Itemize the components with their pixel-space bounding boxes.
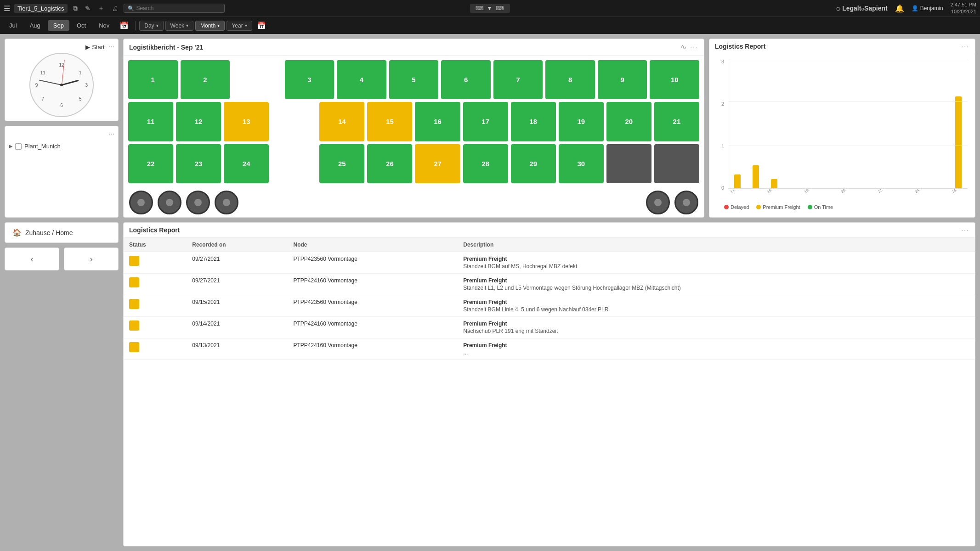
content-top: Logistikbericht - Sep '21 ∿ ··· 1 2 3 4	[123, 39, 975, 218]
cal-cell-18[interactable]: 18	[511, 102, 556, 141]
legend-delayed-label: Delayed	[731, 204, 749, 210]
bar-15sep	[753, 165, 759, 188]
cal-cell-7[interactable]: 7	[493, 60, 543, 99]
clock-5: 5	[79, 96, 82, 101]
cal-cell-28[interactable]: 28	[463, 144, 508, 183]
cal-cell-4[interactable]: 4	[337, 60, 386, 99]
bell-icon[interactable]: 🔔	[895, 4, 904, 13]
search-box[interactable]: 🔍	[124, 4, 225, 13]
cal-cell-1[interactable]: 1	[128, 60, 178, 99]
copy-icon[interactable]: ⧉	[71, 4, 79, 13]
cal-cell-29[interactable]: 29	[511, 144, 556, 183]
logistik-more-icon[interactable]: ···	[690, 44, 698, 51]
user-info: 👤 Benjamin	[912, 5, 943, 11]
cal-cell-24[interactable]: 24	[224, 144, 269, 183]
calendar-icon[interactable]: 📅	[254, 21, 269, 30]
status-cell	[124, 252, 187, 274]
table-row: 09/15/2021 PTPP423560 Vormontage Premium…	[124, 295, 975, 317]
legend-ontime-label: On Time	[814, 204, 833, 210]
cal-cell-12[interactable]: 12	[176, 102, 221, 141]
recorded-cell: 09/27/2021	[187, 274, 288, 295]
cal-cell-6[interactable]: 6	[441, 60, 491, 99]
user-icon: 👤	[912, 5, 918, 11]
tree-more-icon[interactable]: ···	[108, 130, 114, 138]
clock-panel: ▶ Start ··· 12 1 3 5 6 7 9 11	[5, 39, 119, 121]
cal-cell-8[interactable]: 8	[545, 60, 595, 99]
content: Logistikbericht - Sep '21 ∿ ··· 1 2 3 4	[123, 39, 975, 546]
next-button[interactable]: ›	[64, 247, 119, 270]
play-icon: ▶	[85, 44, 90, 51]
cal-cell-21[interactable]: 21	[654, 102, 699, 141]
cal-cell-10[interactable]: 10	[650, 60, 699, 99]
month-sep[interactable]: Sep	[48, 20, 69, 31]
tree-checkbox[interactable]	[15, 143, 22, 150]
cal-row-3: 22 23 24 25 26 27 28 29 30	[128, 144, 699, 183]
cal-cell-17[interactable]: 17	[463, 102, 508, 141]
logistik-title: Logistikbericht - Sep '21	[129, 44, 203, 51]
cal-cell-empty-2	[272, 102, 317, 141]
desc-main: Premium Freight	[463, 299, 969, 305]
node-cell: PTPP424160 Vormontage	[288, 317, 458, 338]
hour-hand	[62, 80, 79, 86]
xlabel-empty2	[785, 191, 799, 202]
cal-cell-20[interactable]: 20	[606, 102, 651, 141]
chart-area: 3 2 1 0	[709, 54, 975, 217]
xlabel-empty5	[895, 191, 910, 202]
desc-main: Premium Freight	[463, 277, 969, 284]
logo: ⬡ LegaltoSapient	[836, 5, 887, 12]
month-nov[interactable]: Nov	[93, 20, 115, 31]
cal-cell-16[interactable]: 16	[415, 102, 460, 141]
ylabel-0: 0	[721, 185, 726, 191]
wheel-4	[215, 191, 238, 214]
tree-item-plant[interactable]: ▶ Plant_Munich	[9, 142, 114, 151]
year-dropdown[interactable]: Year	[227, 21, 252, 31]
cal-cell-15[interactable]: 15	[367, 102, 412, 141]
cal-cell-9[interactable]: 9	[598, 60, 647, 99]
cal-cell-30[interactable]: 30	[559, 144, 604, 183]
chart-icon[interactable]: ∿	[680, 43, 686, 51]
cal-cell-25[interactable]: 25	[319, 144, 364, 183]
cal-row-2: 11 12 13 14 15 16 17 18 19 20 21	[128, 102, 699, 141]
cal-cell-19[interactable]: 19	[559, 102, 604, 141]
desc-sub: Nachschub PLR 191 eng mit Standzeit	[463, 328, 969, 334]
cal-cell-26[interactable]: 26	[367, 144, 412, 183]
y-axis: 3 2 1 0	[717, 59, 726, 202]
xlabel-empty3	[822, 191, 837, 202]
hamburger-icon[interactable]: ☰	[4, 4, 10, 13]
table-header: Logistics Report ···	[124, 223, 975, 238]
report-more-icon[interactable]: ···	[961, 43, 969, 50]
day-dropdown[interactable]: Day	[139, 21, 163, 31]
calendar-small-icon[interactable]: 📅	[117, 21, 131, 30]
search-input[interactable]	[136, 5, 221, 11]
month-aug[interactable]: Aug	[24, 20, 46, 31]
cal-cell-2[interactable]: 2	[181, 60, 230, 99]
print-icon[interactable]: 🖨	[110, 4, 120, 13]
cal-cell-22[interactable]: 22	[128, 144, 173, 183]
cal-cell-11[interactable]: 11	[128, 102, 173, 141]
cal-cell-5[interactable]: 5	[389, 60, 439, 99]
cal-cell-3[interactable]: 3	[285, 60, 334, 99]
table-more-icon[interactable]: ···	[961, 226, 969, 234]
month-jul[interactable]: Jul	[4, 20, 23, 31]
home-panel[interactable]: 🏠 Zuhause / Home	[5, 222, 119, 243]
month-dropdown[interactable]: Month	[195, 21, 225, 31]
clock-more-icon[interactable]: ···	[108, 43, 114, 51]
add-icon[interactable]: ＋	[96, 3, 106, 13]
cal-cell-27[interactable]: 27	[415, 144, 460, 183]
xlabel-empty1	[748, 191, 763, 202]
month-oct[interactable]: Oct	[71, 20, 91, 31]
desc-cell: Premium Freight Standzeit L1, L2 und L5 …	[458, 274, 975, 295]
ylabel-2: 2	[721, 101, 726, 107]
chart-bars-container	[728, 59, 968, 189]
week-dropdown[interactable]: Week	[165, 21, 193, 31]
start-button[interactable]: ▶ Start	[85, 44, 104, 51]
cal-cell-23[interactable]: 23	[176, 144, 221, 183]
cal-cell-13[interactable]: 13	[224, 102, 269, 141]
clock-3: 3	[85, 83, 88, 88]
prev-button[interactable]: ‹	[5, 247, 59, 270]
clock-face: 12 1 3 5 6 7 9 11	[29, 53, 94, 117]
cal-cell-14[interactable]: 14	[319, 102, 364, 141]
edit-icon[interactable]: ✎	[83, 4, 92, 13]
bar-14sep	[734, 174, 741, 188]
logistik-actions: ∿ ···	[680, 43, 698, 51]
